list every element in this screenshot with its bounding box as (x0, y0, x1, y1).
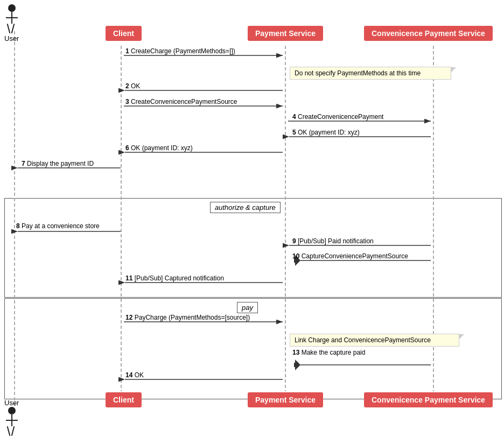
label-8: 8 Pay at a convenience store (16, 222, 100, 230)
label-5: 5 OK (payment ID: xyz) (292, 129, 360, 136)
label-7: 7 Display the payment ID (22, 160, 94, 167)
user-label-bottom: User (4, 399, 19, 407)
label-11: 11 [Pub/Sub] Captured notification (125, 274, 224, 282)
frame-pay (4, 298, 502, 399)
sequence-diagram: User Client Payment Service Convenicence… (0, 0, 504, 437)
label-9: 9 [Pub/Sub] Paid notification (292, 237, 374, 245)
label-14: 14 OK (125, 371, 144, 379)
label-13: 13 Make the capture paid (292, 349, 365, 356)
label-1: 1 CreateCharge (PaymentMethods=[]) (125, 47, 235, 55)
label-12: 12 PayCharge (PaymentMethods=[source]) (125, 314, 250, 321)
frame-authorize-label: authorize & capture (210, 202, 281, 213)
payment-actor-bottom: Payment Service (248, 392, 323, 407)
label-10: 10 CaptureConveniencePaymentSource (292, 252, 408, 260)
user-head-bottom (8, 407, 16, 414)
label-3: 3 CreateConvenicencePaymentSource (125, 98, 237, 105)
user-label-top: User (4, 34, 19, 43)
client-actor-top: Client (106, 26, 142, 41)
user-actor-bottom: User (4, 398, 19, 436)
user-head (8, 4, 16, 12)
label-6: 6 OK (payment ID: xyz) (125, 144, 193, 152)
client-actor-bottom: Client (106, 392, 142, 407)
note-link-charge: Link Charge and ConvenicencePaymentSourc… (290, 334, 459, 347)
convenience-actor-top: Convenicence Payment Service (364, 26, 493, 41)
frame-pay-label: pay (237, 302, 258, 313)
label-4: 4 CreateConvenicencePayment (292, 113, 383, 121)
note-payment-methods: Do not specify PaymentMethods at this ti… (290, 67, 451, 80)
user-actor-top: User (4, 4, 19, 43)
convenience-actor-bottom: Convenicence Payment Service (364, 392, 493, 407)
label-2: 2 OK (125, 82, 140, 90)
payment-actor-top: Payment Service (248, 26, 323, 41)
